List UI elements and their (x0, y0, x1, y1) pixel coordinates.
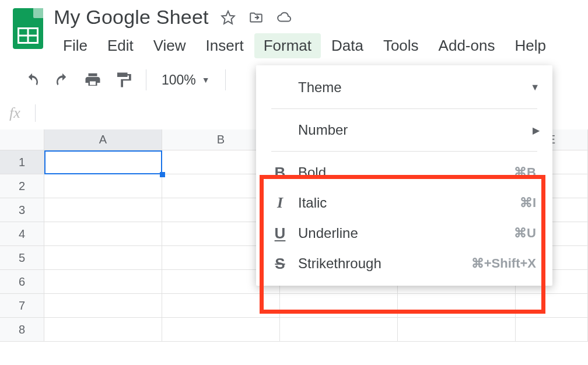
format-menu-dropdown: Theme ▼ Number ▶ B Bold ⌘B I Italic ⌘I U… (256, 65, 552, 286)
menu-number[interactable]: Number ▶ (256, 115, 552, 145)
redo-button[interactable] (51, 69, 74, 91)
star-icon[interactable] (219, 9, 237, 26)
menu-separator (271, 151, 537, 152)
menu-help[interactable]: Help (505, 33, 555, 58)
cell[interactable] (44, 222, 162, 246)
menu-file[interactable]: File (54, 33, 97, 58)
strikethrough-icon: S (271, 255, 289, 273)
shortcut-label: ⌘+Shift+X (471, 256, 536, 271)
print-button[interactable] (82, 69, 104, 91)
cell[interactable] (162, 294, 280, 318)
row-header[interactable]: 5 (0, 246, 44, 270)
cell[interactable] (280, 294, 398, 318)
menu-bold[interactable]: B Bold ⌘B (256, 157, 552, 188)
menu-item-label: Underline (298, 225, 358, 241)
cell[interactable] (280, 318, 398, 342)
cell[interactable] (516, 318, 588, 342)
menu-item-label: Number (298, 122, 348, 138)
menu-item-label: Bold (298, 164, 326, 181)
zoom-select[interactable]: 100% ▼ (158, 72, 214, 88)
cell[interactable] (398, 318, 516, 342)
cell[interactable] (44, 294, 162, 318)
caret-down-icon: ▼ (202, 75, 210, 85)
paint-format-button[interactable] (112, 69, 134, 91)
row-header[interactable]: 2 (0, 174, 44, 198)
menu-addons[interactable]: Add-ons (429, 33, 505, 58)
fill-handle[interactable] (160, 172, 165, 177)
italic-icon: I (271, 194, 289, 212)
cloud-status-icon[interactable] (275, 9, 293, 26)
menu-italic[interactable]: I Italic ⌘I (256, 188, 552, 218)
row-header[interactable]: 8 (0, 318, 44, 342)
cell[interactable] (44, 246, 162, 270)
menubar: File Edit View Insert Format Data Tools … (54, 33, 555, 58)
cell[interactable] (398, 294, 516, 318)
cell[interactable] (44, 198, 162, 222)
select-all-corner[interactable] (0, 129, 44, 150)
toolbar-separator (146, 69, 146, 90)
shortcut-label: ⌘B (514, 165, 536, 180)
cell[interactable] (44, 318, 162, 342)
cell[interactable] (44, 270, 162, 294)
menu-format[interactable]: Format (254, 33, 321, 58)
menu-item-label: Theme (298, 79, 342, 96)
col-header-a[interactable]: A (44, 129, 162, 150)
cell[interactable] (44, 150, 162, 174)
menu-item-label: Italic (298, 195, 327, 211)
menu-edit[interactable]: Edit (98, 33, 143, 58)
menu-underline[interactable]: U Underline ⌘U (256, 218, 552, 248)
row-header[interactable]: 1 (0, 150, 44, 174)
menu-item-label: Strikethrough (298, 255, 382, 272)
sheets-logo[interactable] (13, 8, 43, 49)
row-header[interactable]: 7 (0, 294, 44, 318)
cell[interactable] (44, 174, 162, 198)
row-header[interactable]: 6 (0, 270, 44, 294)
cell[interactable] (162, 318, 280, 342)
toolbar-separator (225, 69, 226, 90)
shortcut-label: ⌘I (520, 195, 536, 210)
bold-icon: B (271, 164, 289, 182)
underline-icon: U (271, 224, 289, 243)
move-to-folder-icon[interactable] (247, 9, 265, 26)
caret-down-icon: ▼ (530, 82, 540, 93)
menu-view[interactable]: View (144, 33, 195, 58)
menu-data[interactable]: Data (322, 33, 373, 58)
submenu-arrow-icon: ▶ (533, 125, 540, 136)
fx-separator (35, 104, 36, 122)
menu-separator (271, 108, 537, 109)
menu-insert[interactable]: Insert (197, 33, 253, 58)
row-header[interactable]: 3 (0, 198, 44, 222)
menu-tools[interactable]: Tools (374, 33, 428, 58)
doc-title[interactable]: My Google Sheet (54, 6, 209, 29)
menu-strikethrough[interactable]: S Strikethrough ⌘+Shift+X (256, 248, 552, 279)
undo-button[interactable] (21, 69, 43, 91)
shortcut-label: ⌘U (514, 226, 536, 241)
fx-label: fx (9, 104, 32, 122)
cell[interactable] (516, 294, 588, 318)
zoom-value: 100% (162, 72, 196, 88)
row-header[interactable]: 4 (0, 222, 44, 246)
svg-marker-0 (222, 11, 235, 24)
menu-theme[interactable]: Theme ▼ (256, 72, 552, 103)
